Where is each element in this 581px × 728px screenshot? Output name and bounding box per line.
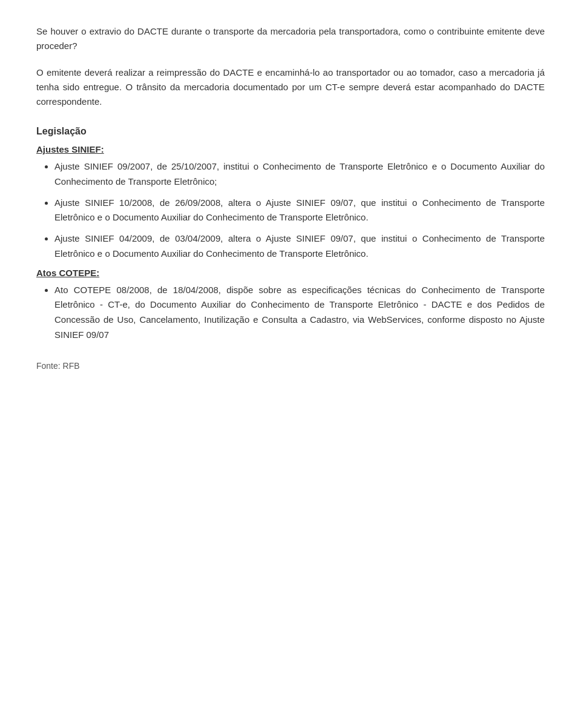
atos-subsection: Atos COTEPE: Ato COTEPE 08/2008, de 18/0… — [36, 268, 545, 343]
ajustes-subsection-title: Ajustes SINIEF: — [36, 144, 545, 154]
section-title: Legislação — [36, 126, 545, 137]
list-item: Ato COTEPE 08/2008, de 18/04/2008, dispõ… — [54, 283, 545, 343]
question-block: Se houver o extravio do DACTE durante o … — [36, 24, 545, 53]
atos-subsection-title: Atos COTEPE: — [36, 268, 545, 278]
legislation-section: Legislação Ajustes SINIEF: Ajuste SINIEF… — [36, 126, 545, 343]
list-item: Ajuste SINIEF 04/2009, de 03/04/2009, al… — [54, 231, 545, 262]
list-item: Ajuste SINIEF 09/2007, de 25/10/2007, in… — [54, 159, 545, 190]
question-text: Se houver o extravio do DACTE durante o … — [36, 24, 545, 53]
list-item: Ajuste SINIEF 10/2008, de 26/09/2008, al… — [54, 196, 545, 226]
content-wrapper: Se houver o extravio do DACTE durante o … — [36, 24, 545, 371]
answer-text: O emitente deverá realizar a reimpressão… — [36, 65, 545, 109]
answer-block: O emitente deverá realizar a reimpressão… — [36, 65, 545, 109]
fonte-text: Fonte: RFB — [36, 361, 545, 371]
atos-list: Ato COTEPE 08/2008, de 18/04/2008, dispõ… — [36, 283, 545, 343]
ajustes-list: Ajuste SINIEF 09/2007, de 25/10/2007, in… — [36, 159, 545, 262]
ajustes-subsection: Ajustes SINIEF: Ajuste SINIEF 09/2007, d… — [36, 144, 545, 262]
